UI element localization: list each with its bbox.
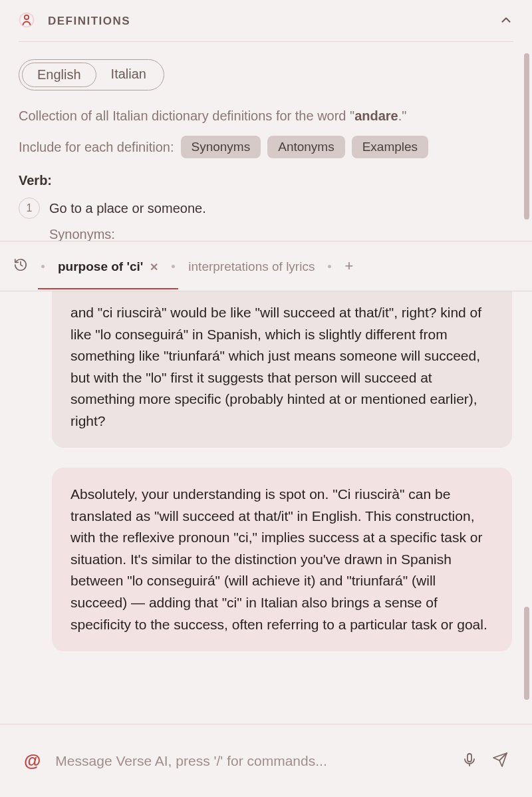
language-english[interactable]: English <box>22 63 96 87</box>
synonyms-label: Synonyms: <box>49 227 513 241</box>
include-label: Include for each definition: <box>19 140 174 155</box>
assistant-message: Absolutely, your understanding is spot o… <box>52 468 512 651</box>
tab-label: purpose of 'ci' <box>58 259 143 274</box>
definition-text: Go to a place or someone. <box>49 201 206 216</box>
definition-number: 1 <box>19 198 40 219</box>
pos-suffix: : <box>47 173 52 188</box>
tab-separator-dot <box>172 265 175 268</box>
collection-prefix: Collection of all Italian dictionary def… <box>19 108 354 123</box>
language-toggle: English Italian <box>19 59 513 90</box>
definitions-panel: DEFINITIONS English Italian Collection o… <box>0 0 532 241</box>
tab-separator-dot <box>41 265 45 268</box>
chip-examples[interactable]: Examples <box>352 136 428 158</box>
history-icon[interactable] <box>9 253 32 279</box>
definitions-title: DEFINITIONS <box>48 15 485 28</box>
add-tab-button[interactable]: + <box>340 257 357 275</box>
tab-interpretations[interactable]: interpretations of lyrics <box>184 243 319 289</box>
language-group: English Italian <box>19 59 164 90</box>
include-row: Include for each definition: Synonyms An… <box>19 136 513 158</box>
mention-icon[interactable]: @ <box>24 750 41 771</box>
chevron-up-icon[interactable] <box>499 13 513 30</box>
lookup-word: andare <box>354 108 398 123</box>
tab-purpose-of-ci[interactable]: purpose of 'ci' ✕ <box>54 243 162 289</box>
svg-rect-2 <box>467 754 471 762</box>
tab-separator-dot <box>328 265 331 268</box>
send-icon[interactable] <box>492 752 508 770</box>
chip-antonyms[interactable]: Antonyms <box>267 136 344 158</box>
composer-bar: @ <box>0 724 532 797</box>
definition-row: 1 Go to a place or someone. <box>19 198 513 219</box>
definitions-header: DEFINITIONS <box>19 12 513 42</box>
tab-strip: purpose of 'ci' ✕ interpretations of lyr… <box>0 241 532 291</box>
part-of-speech: Verb: <box>19 173 513 188</box>
chip-synonyms[interactable]: Synonyms <box>181 136 261 158</box>
user-pin-icon <box>19 12 35 31</box>
message-input[interactable] <box>55 753 447 769</box>
svg-point-0 <box>25 15 29 19</box>
tab-label: interpretations of lyrics <box>188 259 315 274</box>
microphone-icon[interactable] <box>462 752 477 770</box>
collection-suffix: ." <box>398 108 407 123</box>
pos-text: Verb <box>19 173 47 188</box>
scrollbar-thumb[interactable] <box>524 53 529 220</box>
scrollbar-thumb[interactable] <box>524 607 529 700</box>
close-icon[interactable]: ✕ <box>150 261 158 273</box>
chat-area: and "ci riuscirà" would be like "will su… <box>0 291 532 724</box>
user-message: and "ci riuscirà" would be like "will su… <box>52 291 512 448</box>
collection-description: Collection of all Italian dictionary def… <box>19 106 513 125</box>
language-italian[interactable]: Italian <box>96 63 161 87</box>
